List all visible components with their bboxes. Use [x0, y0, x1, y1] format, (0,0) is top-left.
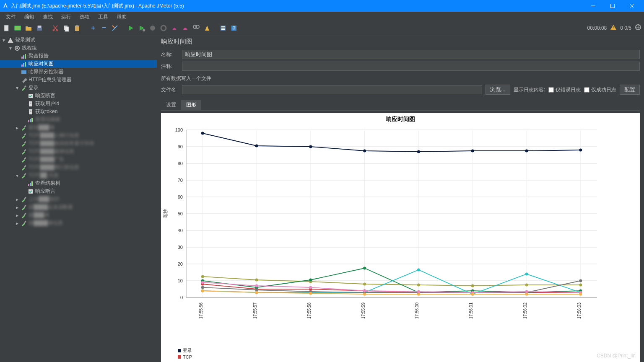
svg-text:60: 60 [178, 194, 183, 199]
svg-rect-35 [21, 70, 26, 74]
server-icon[interactable] [635, 24, 641, 32]
browse-button[interactable]: 浏览... [486, 85, 510, 95]
tree-item[interactable]: ▸上传███送ID [0, 195, 157, 203]
tree-item[interactable]: ▸获████反未读数量 [0, 203, 157, 211]
menu-options[interactable]: 选项 [76, 13, 93, 21]
templates-icon[interactable] [13, 24, 22, 32]
tree-item[interactable]: 临界部分控制器 [0, 68, 157, 76]
svg-point-103 [201, 132, 204, 135]
tree-item[interactable]: 查看结果树 [0, 179, 157, 187]
config-button[interactable]: 配置 [620, 85, 640, 95]
tree-item[interactable]: ▸获████请信息 [0, 219, 157, 227]
minimize-button[interactable] [584, 0, 603, 12]
comment-input[interactable] [182, 62, 640, 71]
cut-icon[interactable] [51, 24, 60, 32]
pipette-icon [21, 149, 27, 155]
tab-graph[interactable]: 图形 [181, 100, 201, 110]
svg-rect-53 [24, 173, 26, 175]
svg-rect-40 [30, 103, 31, 104]
menu-edit[interactable]: 编辑 [21, 13, 38, 21]
close-button[interactable] [622, 0, 641, 12]
copy-icon[interactable] [62, 24, 70, 32]
svg-point-130 [363, 267, 366, 270]
response-time-chart: 010203040506070809010017:55:5617:55:5717… [161, 126, 605, 327]
svg-point-110 [579, 149, 582, 152]
svg-rect-45 [30, 119, 31, 122]
tree-item[interactable]: ▾登录 [0, 84, 157, 92]
tree-item[interactable]: 响应断言 [0, 92, 157, 100]
tree-item[interactable]: TCP:████保存的常量字符串 [0, 140, 157, 147]
tree-item[interactable]: 聚合报告 [0, 52, 157, 60]
menu-file[interactable]: 文件 [3, 13, 19, 21]
tree-item-label: 获取token [35, 108, 57, 115]
menu-search[interactable]: 查找 [39, 13, 56, 21]
tree-item[interactable]: ▸获███表 [0, 211, 157, 219]
svg-point-141 [525, 273, 528, 276]
tree-item[interactable]: TCP:████骑行群信息 [0, 163, 157, 171]
tree-item-label: TCP:████保存的常量字符串 [29, 140, 94, 147]
svg-point-120 [255, 279, 258, 282]
tree-item[interactable]: TCP:████邀请信息 [0, 147, 157, 155]
assert-icon [28, 93, 34, 99]
tree-item[interactable]: ▾TCP:██ 页面 [0, 171, 157, 179]
tree-item[interactable]: 响应时间图 [0, 60, 157, 68]
tree-item[interactable]: TCP:████广告 [0, 155, 157, 163]
tree-item[interactable]: TCP:████人骑行信息 [0, 132, 157, 140]
clear-all-icon[interactable] [181, 24, 190, 32]
success-only-checkbox[interactable]: 仅成功日志 [584, 86, 616, 93]
tree-item[interactable]: HTTP信息头管理器 [0, 76, 157, 84]
run-no-pause-icon[interactable] [138, 24, 146, 32]
tree-item[interactable]: 获取用户id [0, 100, 157, 108]
reset-search-icon[interactable] [203, 24, 211, 32]
tree-item[interactable]: ▾登录测试 [0, 36, 157, 44]
svg-rect-54 [28, 184, 29, 186]
pipette-icon [21, 157, 27, 163]
svg-point-155 [417, 290, 420, 293]
function-helper-icon[interactable] [219, 24, 227, 32]
toggle-icon[interactable] [111, 24, 119, 32]
menu-help[interactable]: 帮助 [113, 13, 130, 21]
svg-point-105 [309, 145, 312, 148]
svg-text:70: 70 [178, 178, 183, 183]
svg-point-152 [255, 284, 258, 287]
tree-item[interactable]: 响应断言 [0, 187, 157, 195]
stop-icon[interactable] [148, 24, 157, 32]
menu-run[interactable]: 运行 [58, 13, 75, 21]
svg-point-15 [150, 26, 155, 31]
svg-point-104 [255, 145, 258, 147]
collapse-icon[interactable]: − [100, 24, 108, 32]
svg-text:20: 20 [178, 261, 183, 266]
paste-icon[interactable] [73, 24, 81, 32]
maximize-button[interactable] [603, 0, 622, 12]
element-editor: 响应时间图 名称: 注释: 所有数据写入一个文件 文件名 浏览... 显示日志内… [157, 34, 644, 362]
tab-settings[interactable]: 设置 [161, 100, 181, 110]
name-input[interactable] [182, 50, 640, 59]
svg-rect-44 [28, 120, 29, 122]
shutdown-icon[interactable] [159, 24, 168, 32]
expand-icon[interactable]: + [89, 24, 97, 32]
tree-item-label: 获████反未读数量 [29, 204, 73, 211]
svg-rect-31 [25, 54, 26, 59]
filename-input[interactable] [182, 85, 482, 94]
error-only-checkbox[interactable]: 仅错误日志 [548, 86, 581, 93]
run-icon[interactable] [127, 24, 135, 32]
svg-text:?: ? [233, 26, 235, 31]
help-icon[interactable]: ? [230, 24, 238, 32]
tree-item-label: 获████请信息 [29, 220, 63, 227]
clear-icon[interactable] [170, 24, 179, 32]
tree-item[interactable]: ▸获得███项 [0, 124, 157, 132]
tree-item[interactable]: ▾线程组 [0, 44, 157, 52]
tree-item[interactable]: 查看结果树 [0, 116, 157, 124]
tree-item[interactable]: 获取token [0, 108, 157, 116]
search-icon[interactable] [192, 24, 200, 32]
warning-icon[interactable]: ! [610, 24, 617, 32]
test-plan-tree[interactable]: ▾登录测试▾线程组聚合报告响应时间图临界部分控制器HTTP信息头管理器▾登录响应… [0, 34, 157, 362]
save-icon[interactable] [35, 24, 44, 32]
svg-text:17:56:03: 17:56:03 [577, 303, 582, 319]
menu-tools[interactable]: 工具 [95, 13, 112, 21]
svg-text:17:56:02: 17:56:02 [523, 303, 527, 319]
open-icon[interactable] [24, 24, 33, 32]
new-file-icon[interactable] [3, 24, 11, 32]
tree-item-label: HTTP信息头管理器 [29, 76, 72, 83]
tree-item-label: TCP:████骑行群信息 [29, 164, 79, 171]
